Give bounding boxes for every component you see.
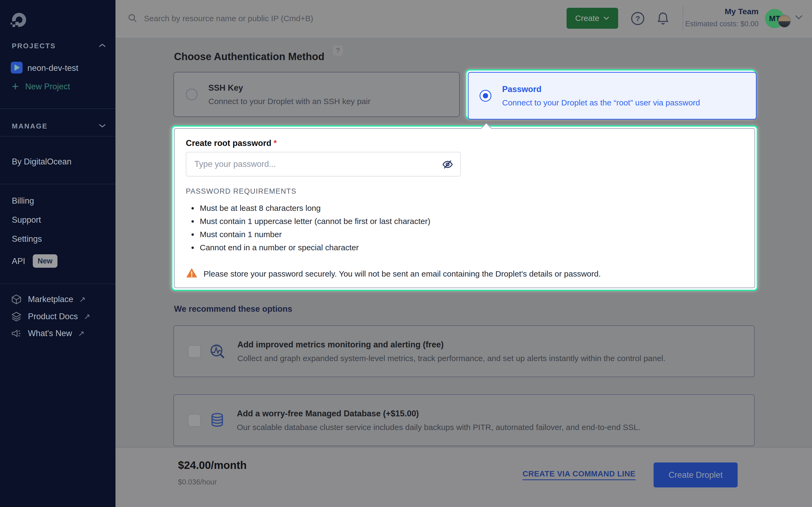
- auth-option-desc: Connect to your Droplet as the “root” us…: [502, 98, 700, 107]
- help-icon[interactable]: ?: [630, 11, 645, 27]
- chevron-down-icon[interactable]: [794, 14, 803, 21]
- divider: [0, 284, 115, 284]
- digitalocean-logo-icon[interactable]: [9, 12, 27, 30]
- sidebar: PROJECTS neon-dev-test + New Project MAN…: [0, 0, 115, 507]
- chevron-up-icon[interactable]: [98, 43, 106, 49]
- requirement-item: Must contain 1 uppercase letter (cannot …: [198, 216, 743, 226]
- sidebar-item-project[interactable]: neon-dev-test: [28, 63, 79, 73]
- new-badge: New: [33, 254, 57, 268]
- layers-icon: [11, 311, 22, 322]
- sidebar-item-whats-new[interactable]: What's New ↗: [11, 328, 85, 339]
- recommend-heading: We recommend these options: [174, 304, 292, 314]
- sidebar-item-support[interactable]: Support: [12, 215, 41, 225]
- auth-option-title: Password: [502, 84, 700, 94]
- password-label: Create root password*: [186, 138, 743, 148]
- sidebar-item-api[interactable]: API: [12, 257, 25, 266]
- auth-option-text: Password Connect to your Droplet as the …: [502, 84, 700, 107]
- auth-option-desc: Connect to your Droplet with an SSH key …: [208, 97, 370, 106]
- external-link-icon: ↗: [78, 329, 84, 338]
- manage-section-header[interactable]: MANAGE: [12, 122, 48, 130]
- checkbox-unchecked[interactable]: [188, 345, 201, 358]
- sidebar-item-product-docs[interactable]: Product Docs ↗: [11, 311, 90, 322]
- global-search[interactable]: Search by resource name or public IP (Cm…: [127, 0, 313, 37]
- recommend-option-managed-database[interactable]: Add a worry-free Managed Database (+$15.…: [173, 394, 755, 446]
- auth-option-password[interactable]: Password Connect to your Droplet as the …: [468, 72, 757, 120]
- megaphone-icon: [11, 328, 22, 339]
- project-icon[interactable]: [11, 62, 22, 73]
- plus-icon: +: [12, 82, 19, 91]
- new-project-label: New Project: [25, 82, 70, 92]
- password-warning: Please store your password securely. You…: [186, 268, 743, 280]
- recommend-option-desc: Our scalable database cluster service in…: [237, 423, 640, 432]
- marketplace-label: Marketplace: [28, 294, 73, 304]
- auth-option-ssh-key[interactable]: SSH Key Connect to your Droplet with an …: [173, 72, 460, 117]
- create-via-command-line-link[interactable]: CREATE VIA COMMAND LINE: [522, 469, 636, 480]
- requirement-item: Must contain 1 number: [198, 229, 743, 239]
- cube-icon: [11, 294, 22, 305]
- create-button-label: Create: [575, 14, 599, 23]
- sidebar-item-billing[interactable]: Billing: [12, 196, 34, 206]
- divider: [0, 108, 115, 109]
- requirement-item: Cannot end in a number or special charac…: [198, 242, 743, 252]
- new-project-button[interactable]: + New Project: [12, 82, 70, 92]
- price-per-month: $24.00/month: [178, 459, 247, 471]
- price-per-hour: $0.036/hour: [178, 478, 217, 486]
- user-avatar[interactable]: [778, 15, 791, 27]
- recommend-option-metrics[interactable]: Add improved metrics monitoring and aler…: [173, 325, 755, 377]
- required-asterisk: *: [273, 138, 277, 148]
- database-icon: [209, 412, 225, 429]
- chevron-down-icon[interactable]: [98, 123, 106, 129]
- password-form-panel: Create root password* PASSWORD REQUIREME…: [174, 128, 755, 288]
- checkbox-unchecked[interactable]: [188, 414, 201, 427]
- password-input[interactable]: [186, 152, 461, 176]
- auth-option-text: SSH Key Connect to your Droplet with an …: [208, 83, 370, 106]
- warning-text: Please store your password securely. You…: [204, 269, 601, 278]
- warning-icon: [186, 268, 198, 280]
- main-content: Choose Authentication Method ? SSH Key C…: [115, 37, 812, 447]
- recommend-option-text: Add a worry-free Managed Database (+$15.…: [237, 409, 640, 432]
- footer-bar: $24.00/month $0.036/hour CREATE VIA COMM…: [115, 447, 812, 507]
- password-requirements-header: PASSWORD REQUIREMENTS: [186, 187, 743, 195]
- external-link-icon: ↗: [84, 312, 90, 321]
- auth-option-title: SSH Key: [208, 83, 370, 93]
- panel-caret: [480, 123, 492, 134]
- external-link-icon: ↗: [79, 295, 86, 304]
- radio-unselected[interactable]: [186, 89, 198, 100]
- recommend-option-desc: Collect and graph expanded system-level …: [237, 354, 665, 363]
- divider: [0, 184, 115, 184]
- recommend-option-title: Add improved metrics monitoring and aler…: [237, 340, 665, 349]
- recommend-option-title: Add a worry-free Managed Database (+$15.…: [237, 409, 640, 418]
- create-droplet-button[interactable]: Create Droplet: [654, 462, 738, 488]
- requirement-item: Must be at least 8 characters long: [198, 203, 743, 213]
- whats-new-label: What's New: [28, 329, 72, 338]
- page-title: Choose Authentication Method: [174, 51, 324, 62]
- password-requirements-list: Must be at least 8 characters long Must …: [186, 203, 743, 252]
- recommend-option-text: Add improved metrics monitoring and aler…: [237, 340, 665, 363]
- team-name: My Team: [651, 7, 759, 16]
- divider: [0, 136, 115, 136]
- highlight-ring-password: Password Connect to your Droplet as the …: [465, 69, 757, 120]
- estimated-costs: Estimated costs: $0.00: [651, 20, 759, 28]
- product-docs-label: Product Docs: [28, 312, 78, 321]
- metrics-monitoring-icon: [209, 343, 225, 359]
- sidebar-item-by-digitalocean[interactable]: By DigitalOcean: [12, 157, 71, 167]
- play-icon: [14, 64, 20, 71]
- password-input-wrap: [186, 152, 461, 176]
- radio-selected[interactable]: [479, 90, 491, 102]
- eye-off-icon[interactable]: [442, 158, 454, 172]
- help-badge[interactable]: ?: [332, 45, 344, 56]
- search-placeholder: Search by resource name or public IP (Cm…: [144, 14, 313, 23]
- team-info[interactable]: My Team Estimated costs: $0.00: [651, 7, 759, 28]
- sidebar-item-marketplace[interactable]: Marketplace ↗: [11, 294, 86, 305]
- highlight-ring-password-form: Create root password* PASSWORD REQUIREME…: [171, 125, 758, 291]
- sidebar-item-settings[interactable]: Settings: [12, 234, 42, 244]
- search-icon: [127, 13, 138, 24]
- svg-text:?: ?: [635, 14, 640, 23]
- create-button[interactable]: Create: [567, 8, 618, 29]
- top-bar: Search by resource name or public IP (Cm…: [115, 0, 812, 37]
- droplet-create-page: PROJECTS neon-dev-test + New Project MAN…: [0, 0, 812, 507]
- projects-section-header[interactable]: PROJECTS: [12, 42, 56, 50]
